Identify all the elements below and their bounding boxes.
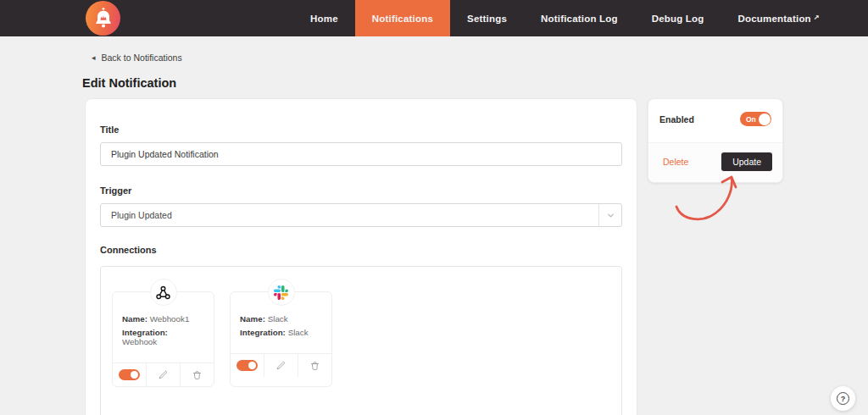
connection-integration: Webhook xyxy=(122,337,157,346)
pencil-icon xyxy=(275,360,287,371)
external-link-icon: ↗ xyxy=(814,14,820,21)
content-area: ◂ Back to Notifications Edit Notificatio… xyxy=(0,36,868,415)
connection-name-label: Name: xyxy=(240,314,265,324)
edit-layout-row: Title Trigger Plugin Updated Connections xyxy=(85,98,868,415)
connection-enabled-toggle[interactable] xyxy=(231,354,264,377)
nav-home[interactable]: Home xyxy=(293,0,355,36)
enabled-row: Enabled On xyxy=(648,99,782,142)
connection-integration: Slack xyxy=(288,328,309,337)
toggle-state-label: On xyxy=(746,115,756,124)
toggle-on-icon xyxy=(236,360,258,371)
trigger-select-value: Plugin Updated xyxy=(111,210,172,220)
connection-card-slack: Name: Slack Integration: Slack xyxy=(230,291,332,387)
connection-name: Webhook1 xyxy=(150,314,190,324)
connection-actions xyxy=(231,353,331,377)
back-link-label: Back to Notifications xyxy=(102,53,182,63)
edit-connection-button[interactable] xyxy=(264,354,298,377)
trigger-label: Trigger xyxy=(100,185,622,196)
delete-link[interactable]: Delete xyxy=(663,157,688,167)
trash-icon xyxy=(192,369,203,380)
trash-icon xyxy=(309,360,320,371)
nav-notifications[interactable]: Notifications xyxy=(355,0,450,36)
connection-card-webhook: Name: Webhook1 Integration: Webhook xyxy=(112,291,214,387)
plugin-logo[interactable] xyxy=(86,1,120,36)
trigger-select[interactable]: Plugin Updated xyxy=(100,203,622,227)
nav-documentation[interactable]: Documentation ↗ xyxy=(721,0,837,36)
main-nav: Home Notifications Settings Notification… xyxy=(293,0,837,36)
top-nav-bar: Home Notifications Settings Notification… xyxy=(0,0,868,36)
delete-connection-button[interactable] xyxy=(180,363,214,386)
connection-enabled-toggle[interactable] xyxy=(113,363,146,386)
edit-notification-card: Title Trigger Plugin Updated Connections xyxy=(85,98,637,415)
help-button[interactable]: ? xyxy=(831,386,855,411)
side-column: Enabled On Delete Update xyxy=(648,98,783,183)
enabled-toggle[interactable]: On xyxy=(740,112,771,126)
connection-name-label: Name: xyxy=(122,314,147,324)
pencil-icon xyxy=(158,369,169,380)
publish-panel: Enabled On Delete Update xyxy=(648,98,783,183)
back-arrow-icon: ◂ xyxy=(92,53,96,62)
panel-actions: Delete Update xyxy=(648,142,782,182)
nav-settings[interactable]: Settings xyxy=(450,0,524,36)
toggle-on-icon xyxy=(119,369,140,380)
connection-name: Slack xyxy=(268,314,288,324)
connection-actions xyxy=(113,362,214,386)
title-label: Title xyxy=(100,125,622,135)
delete-connection-button[interactable] xyxy=(298,354,331,377)
nav-documentation-label: Documentation xyxy=(738,14,811,24)
toggle-knob xyxy=(759,113,771,125)
update-button[interactable]: Update xyxy=(721,152,772,171)
chevron-down-icon xyxy=(598,204,621,226)
nav-debug-log[interactable]: Debug Log xyxy=(635,0,721,36)
connection-integration-label: Integration: xyxy=(122,328,168,337)
title-input[interactable] xyxy=(100,142,622,166)
connection-integration-label: Integration: xyxy=(240,328,286,337)
connection-cards: Name: Webhook1 Integration: Webhook xyxy=(112,278,610,387)
page-title: Edit Notification xyxy=(82,76,868,90)
bell-crown-icon xyxy=(91,6,116,31)
connections-label: Connections xyxy=(100,245,622,255)
enabled-label: Enabled xyxy=(659,114,694,125)
edit-connection-button[interactable] xyxy=(146,363,180,386)
connections-box: Name: Webhook1 Integration: Webhook xyxy=(100,266,622,415)
webhook-icon xyxy=(150,279,177,306)
nav-notification-log[interactable]: Notification Log xyxy=(524,0,635,36)
question-icon: ? xyxy=(837,392,849,405)
app-root: Home Notifications Settings Notification… xyxy=(0,0,868,415)
back-to-notifications-link[interactable]: ◂ Back to Notifications xyxy=(92,53,182,63)
slack-icon xyxy=(268,279,295,306)
